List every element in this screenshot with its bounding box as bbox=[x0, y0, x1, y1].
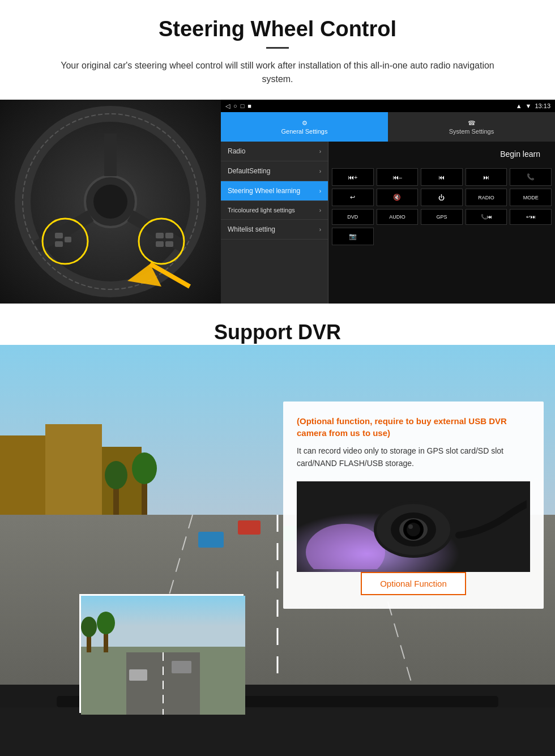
btn-next[interactable]: ⏭ bbox=[466, 168, 507, 186]
svg-point-53 bbox=[407, 523, 420, 536]
svg-rect-41 bbox=[172, 661, 191, 673]
steering-wheel-image bbox=[0, 100, 221, 304]
menu-default-label: DefaultSetting bbox=[228, 167, 270, 175]
dvr-preview-svg bbox=[81, 596, 245, 715]
menu-tricoloured-arrow: › bbox=[319, 207, 321, 213]
svg-point-23 bbox=[105, 461, 127, 489]
btn-radio[interactable]: RADIO bbox=[466, 189, 507, 206]
svg-point-47 bbox=[306, 524, 385, 569]
menu-steering-learning[interactable]: Steering Wheel learning › bbox=[221, 181, 328, 201]
status-wifi: ▼ bbox=[526, 102, 532, 109]
menu-default-arrow: › bbox=[319, 168, 321, 174]
svg-rect-10 bbox=[55, 241, 63, 247]
btn-vol-minus[interactable]: ⏮– bbox=[377, 168, 419, 186]
steering-title: Steering Wheel Control bbox=[23, 17, 532, 41]
svg-rect-32 bbox=[198, 532, 224, 548]
statusbar: ◁ ○ □ ■ ▲ ▼ 13:13 bbox=[221, 100, 555, 112]
btn-dvd[interactable]: DVD bbox=[332, 209, 374, 225]
dvr-title: Support DVR bbox=[0, 304, 555, 349]
control-button-grid: ⏮+ ⏮– ⏮ ⏭ 📞 ↩ 🔇 ⏻ RADIO MODE DVD AUDIO G… bbox=[332, 168, 552, 245]
dvr-info-box: (Optional function, require to buy exter… bbox=[283, 402, 544, 609]
btn-gps[interactable]: GPS bbox=[421, 209, 463, 225]
system-label: System Settings bbox=[449, 128, 494, 135]
svg-rect-15 bbox=[165, 241, 173, 247]
btn-phone[interactable]: 📞 bbox=[510, 168, 552, 186]
status-signal: ▲ bbox=[516, 102, 522, 109]
menu-list: Radio › DefaultSetting › Steering Wheel … bbox=[221, 142, 328, 304]
svg-rect-19 bbox=[0, 435, 45, 515]
btn-power[interactable]: ⏻ bbox=[421, 189, 463, 206]
svg-rect-31 bbox=[238, 520, 261, 535]
svg-rect-14 bbox=[165, 233, 173, 238]
svg-rect-12 bbox=[156, 233, 164, 238]
svg-rect-11 bbox=[65, 237, 71, 242]
nav-back: ◁ bbox=[225, 102, 230, 110]
menu-radio-arrow: › bbox=[319, 148, 321, 155]
android-panel: ◁ ○ □ ■ ▲ ▼ 13:13 ⚙ General Settings ☎ S… bbox=[221, 100, 555, 304]
system-icon: ☎ bbox=[468, 119, 476, 127]
menu-radio-label: Radio bbox=[228, 147, 245, 155]
btn-prev[interactable]: ⏮ bbox=[421, 168, 463, 186]
menu-default[interactable]: DefaultSetting › bbox=[221, 161, 328, 181]
svg-rect-13 bbox=[156, 241, 164, 247]
svg-point-6 bbox=[93, 185, 127, 219]
dvr-section: Support DVR bbox=[0, 304, 555, 756]
btn-mute[interactable]: 🔇 bbox=[377, 189, 419, 206]
dvr-desc-text: It can record video only to storage in G… bbox=[297, 445, 530, 470]
menu-steering-arrow: › bbox=[319, 188, 321, 194]
btn-back[interactable]: ↩ bbox=[332, 189, 374, 206]
menu-whitelist[interactable]: Whitelist setting › bbox=[221, 220, 328, 240]
dvr-optional-text: (Optional function, require to buy exter… bbox=[297, 415, 530, 439]
menu-tricoloured-label: Tricoloured light settings bbox=[228, 207, 295, 213]
btn-audio[interactable]: AUDIO bbox=[377, 209, 419, 225]
btn-back-next[interactable]: ↩⏭ bbox=[510, 209, 552, 225]
steering-content: ◁ ○ □ ■ ▲ ▼ 13:13 ⚙ General Settings ☎ S… bbox=[0, 100, 555, 304]
general-icon: ⚙ bbox=[302, 119, 308, 127]
menu-whitelist-label: Whitelist setting bbox=[228, 225, 275, 233]
menu-area: Radio › DefaultSetting › Steering Wheel … bbox=[221, 142, 555, 304]
status-time: 13:13 bbox=[535, 102, 550, 109]
dvr-camera-svg bbox=[300, 484, 527, 569]
svg-point-25 bbox=[132, 452, 157, 484]
btn-vol-plus[interactable]: ⏮+ bbox=[332, 168, 374, 186]
svg-point-54 bbox=[408, 524, 413, 529]
btn-phone-prev[interactable]: 📞⏮ bbox=[466, 209, 507, 225]
btn-mode[interactable]: MODE bbox=[510, 189, 552, 206]
tab-general[interactable]: ⚙ General Settings bbox=[221, 112, 388, 142]
svg-rect-20 bbox=[45, 424, 102, 515]
right-control-panel: Begin learn ⏮+ ⏮– ⏮ ⏭ 📞 ↩ 🔇 ⏻ RADIO MODE… bbox=[328, 142, 555, 304]
svg-point-44 bbox=[81, 617, 97, 637]
btn-camera[interactable]: 📷 bbox=[332, 228, 374, 245]
begin-learn-row: Begin learn bbox=[332, 145, 552, 165]
dvr-small-preview bbox=[79, 594, 244, 713]
nav-home: ○ bbox=[233, 102, 237, 109]
steering-subtitle: Your original car's steering wheel contr… bbox=[45, 59, 510, 86]
menu-whitelist-arrow: › bbox=[319, 227, 321, 233]
nav-recent: □ bbox=[241, 102, 245, 109]
svg-point-46 bbox=[97, 612, 115, 634]
title-divider bbox=[266, 47, 289, 49]
menu-radio[interactable]: Radio › bbox=[221, 142, 328, 161]
svg-rect-9 bbox=[55, 233, 63, 238]
svg-rect-42 bbox=[129, 669, 147, 681]
steering-bg bbox=[0, 100, 221, 304]
android-tabs: ⚙ General Settings ☎ System Settings bbox=[221, 112, 555, 142]
menu-steering-label: Steering Wheel learning bbox=[228, 187, 300, 195]
menu-tricoloured[interactable]: Tricoloured light settings › bbox=[221, 201, 328, 220]
general-label: General Settings bbox=[281, 128, 328, 135]
nav-menu: ■ bbox=[247, 102, 251, 109]
begin-learn-button[interactable]: Begin learn bbox=[489, 145, 552, 163]
steering-section: Steering Wheel Control Your original car… bbox=[0, 0, 555, 86]
tab-system[interactable]: ☎ System Settings bbox=[388, 112, 555, 142]
dvr-background: (Optional function, require to buy exter… bbox=[0, 345, 555, 756]
optional-function-button[interactable]: Optional Function bbox=[361, 572, 466, 595]
steering-wheel-svg bbox=[14, 105, 207, 298]
dvr-camera-image bbox=[297, 481, 530, 572]
